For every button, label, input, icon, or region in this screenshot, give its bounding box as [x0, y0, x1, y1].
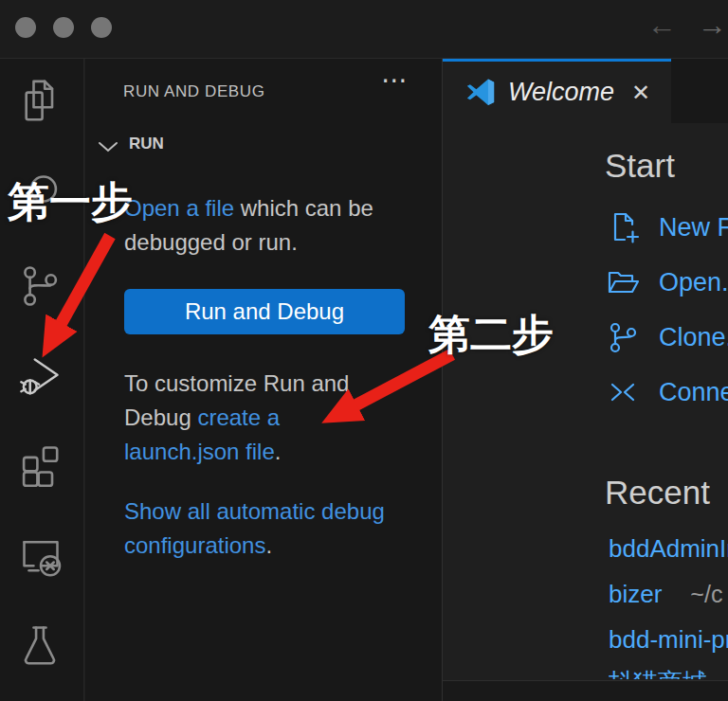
folder-open-icon [606, 265, 640, 299]
run-and-debug-panel: RUN AND DEBUG ⋯ RUN Open a file which ca… [85, 59, 442, 701]
tab-bar: Welcome ✕ [443, 59, 728, 123]
git-branch-icon [606, 320, 640, 354]
vscode-logo-icon [464, 77, 497, 109]
run-and-debug-button[interactable]: Run and Debug [124, 289, 405, 334]
open-a-file-link[interactable]: Open a file [124, 195, 234, 221]
navigate-back-icon[interactable]: ← [647, 7, 677, 45]
remote-connect-icon [606, 375, 640, 409]
tab-welcome[interactable]: Welcome ✕ [443, 59, 671, 123]
tab-close-icon[interactable]: ✕ [631, 80, 650, 106]
editor-bottom-strip [443, 680, 728, 701]
start-item-label: Open... [659, 268, 728, 297]
recent-item-path: ~/c [690, 581, 722, 607]
start-item-label: Connect... [659, 378, 728, 407]
customize-period: . [275, 439, 282, 464]
source-control-icon[interactable] [17, 261, 64, 311]
show-configs-period: . [265, 532, 272, 558]
activity-bar [0, 59, 84, 701]
more-actions-icon[interactable]: ⋯ [381, 64, 410, 96]
testing-icon[interactable] [17, 621, 64, 671]
start-item-open[interactable]: Open... [606, 265, 728, 299]
remote-explorer-icon[interactable] [17, 530, 64, 580]
recent-item[interactable]: bizer~/c [609, 580, 722, 609]
recent-item-name: bddAdminIn [609, 534, 728, 563]
recent-item[interactable]: 抖猎商城 [609, 666, 707, 679]
extensions-icon[interactable] [17, 441, 64, 491]
new-file-icon [606, 210, 640, 244]
tab-label: Welcome [508, 78, 614, 107]
recent-item-name: bizer [609, 580, 662, 608]
recent-item-name: 抖猎商城 [609, 668, 707, 679]
editor-group: Welcome ✕ Start New File... Open... Clon… [442, 59, 728, 701]
start-item-label: Clone... [659, 323, 728, 352]
panel-title: RUN AND DEBUG [123, 82, 265, 101]
chevron-down-icon[interactable] [98, 140, 118, 153]
open-file-paragraph: Open a file which can be debugged or run… [124, 191, 397, 260]
recent-item[interactable]: bddAdminIn [609, 534, 728, 564]
window-close-button[interactable] [15, 17, 36, 38]
recent-item-name: bdd-mini-pr [609, 625, 728, 654]
run-section-header[interactable]: RUN [129, 135, 164, 153]
start-item-label: New File... [659, 213, 728, 243]
start-item-clone[interactable]: Clone... [606, 320, 728, 354]
window-zoom-button[interactable] [91, 17, 112, 38]
customize-paragraph: To customize Run and Debug create a laun… [124, 367, 397, 469]
start-heading: Start [605, 147, 675, 185]
step2-annotation: 第二步 [428, 307, 554, 363]
start-item-new-file[interactable]: New File... [606, 210, 728, 244]
recent-heading: Recent [605, 474, 710, 512]
step1-annotation: 第一步 [8, 174, 133, 230]
vscode-window: ← → [0, 0, 728, 701]
window-minimize-button[interactable] [53, 17, 74, 38]
recent-item[interactable]: bdd-mini-pr [609, 625, 728, 655]
title-bar: ← → [0, 0, 728, 59]
show-configs-paragraph: Show all automatic debug configurations. [124, 494, 397, 563]
explorer-icon[interactable] [17, 78, 64, 127]
navigate-forward-icon[interactable]: → [698, 7, 727, 45]
run-and-debug-icon[interactable] [17, 350, 64, 400]
show-all-configs-link[interactable]: Show all automatic debug configurations [124, 498, 385, 558]
start-item-connect[interactable]: Connect... [606, 375, 728, 409]
